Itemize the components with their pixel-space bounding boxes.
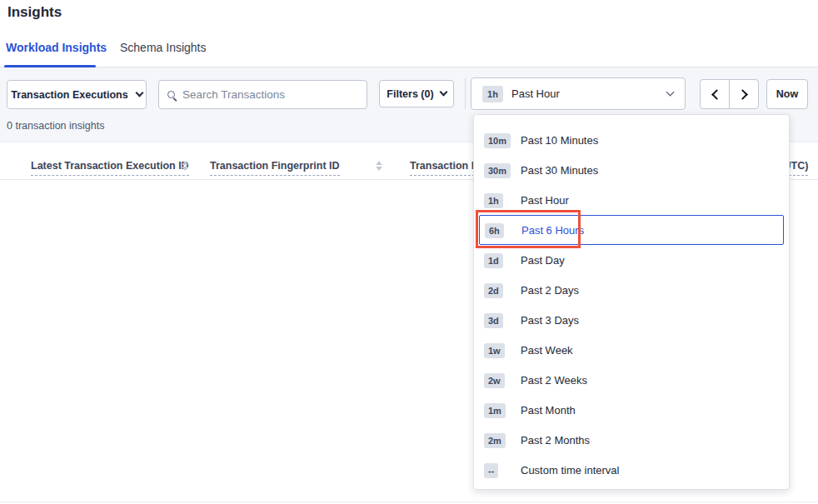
time-interval-dropdown-trigger[interactable]: 1h Past Hour bbox=[471, 77, 686, 110]
interval-abbr-badge: 1w bbox=[484, 343, 505, 358]
chevron-down-icon bbox=[666, 88, 675, 97]
toolbar-divider bbox=[465, 78, 466, 109]
interval-label: Past Month bbox=[521, 404, 576, 417]
filters-label: Filters (0) bbox=[387, 88, 433, 100]
menu-item-past-2-weeks[interactable]: 2w Past 2 Weeks bbox=[479, 365, 784, 395]
interval-abbr-badge: -- bbox=[484, 463, 498, 478]
card-bottom-border bbox=[0, 502, 818, 502]
filters-button[interactable]: Filters (0) bbox=[379, 80, 454, 107]
interval-abbr-badge: 1m bbox=[484, 403, 506, 418]
now-button[interactable]: Now bbox=[766, 79, 808, 109]
menu-item-past-week[interactable]: 1w Past Week bbox=[479, 335, 784, 365]
sort-icon[interactable] bbox=[376, 161, 382, 171]
menu-item-past-2-months[interactable]: 2m Past 2 Months bbox=[479, 425, 784, 455]
menu-item-past-6-hours[interactable]: 6h Past 6 Hours bbox=[479, 215, 784, 245]
interval-label: Past 30 Minutes bbox=[521, 164, 598, 177]
menu-item-custom-time-interval[interactable]: -- Custom time interval bbox=[479, 455, 784, 485]
interval-label: Past Week bbox=[521, 344, 573, 357]
interval-abbr-badge: 6h bbox=[485, 223, 504, 238]
sort-icon[interactable] bbox=[182, 161, 188, 171]
view-selector-label: Transaction Executions bbox=[11, 89, 127, 101]
interval-abbr-badge: 10m bbox=[484, 133, 511, 148]
search-icon bbox=[167, 91, 175, 98]
prev-interval-button[interactable] bbox=[701, 80, 729, 108]
page-title: Insights bbox=[7, 4, 62, 21]
tab-schema-insights[interactable]: Schema Insights bbox=[120, 41, 207, 54]
interval-abbr-badge: 3d bbox=[484, 313, 503, 328]
interval-label: Past 6 Hours bbox=[521, 224, 584, 237]
menu-item-past-30-minutes[interactable]: 30m Past 30 Minutes bbox=[479, 155, 784, 185]
interval-label: Past Day bbox=[521, 254, 565, 267]
interval-label: Past Hour bbox=[521, 194, 569, 207]
chevron-down-icon bbox=[439, 88, 447, 97]
interval-label: Past 10 Minutes bbox=[521, 134, 598, 147]
menu-item-past-10-minutes[interactable]: 10m Past 10 Minutes bbox=[479, 125, 784, 155]
results-count: 0 transaction insights bbox=[7, 120, 104, 132]
time-interval-dropdown-menu: 10m Past 10 Minutes 30m Past 30 Minutes … bbox=[473, 114, 790, 490]
tab-workload-insights[interactable]: Workload Insights bbox=[6, 41, 107, 54]
column-header-transaction-fingerprint-id[interactable]: Transaction Fingerprint ID bbox=[210, 160, 340, 176]
insights-page: Insights Workload Insights Schema Insigh… bbox=[0, 0, 818, 504]
interval-abbr-badge: 1h bbox=[484, 193, 503, 208]
menu-item-past-month[interactable]: 1m Past Month bbox=[479, 395, 784, 425]
interval-label: Past 2 Months bbox=[521, 434, 590, 447]
next-interval-button[interactable] bbox=[729, 80, 758, 108]
interval-abbr-badge: 30m bbox=[484, 163, 511, 178]
time-abbr-badge: 1h bbox=[482, 86, 503, 102]
time-range-nav bbox=[700, 79, 759, 109]
time-interval-label: Past Hour bbox=[511, 87, 560, 100]
menu-item-past-2-days[interactable]: 2d Past 2 Days bbox=[479, 275, 784, 305]
interval-abbr-badge: 2w bbox=[484, 373, 505, 388]
interval-abbr-badge: 2d bbox=[484, 283, 503, 298]
menu-item-past-hour[interactable]: 1h Past Hour bbox=[479, 185, 784, 215]
menu-item-past-3-days[interactable]: 3d Past 3 Days bbox=[479, 305, 784, 335]
interval-abbr-badge: 1d bbox=[484, 253, 503, 268]
interval-abbr-badge: 2m bbox=[484, 433, 506, 448]
interval-label: Past 3 Days bbox=[521, 314, 579, 327]
interval-label: Custom time interval bbox=[521, 464, 619, 477]
interval-label: Past 2 Weeks bbox=[521, 374, 587, 387]
interval-label: Past 2 Days bbox=[521, 284, 579, 297]
chevron-down-icon bbox=[135, 89, 143, 97]
menu-item-past-day[interactable]: 1d Past Day bbox=[479, 245, 784, 275]
search-input[interactable] bbox=[182, 88, 358, 101]
chevron-left-icon bbox=[711, 89, 722, 100]
view-selector-dropdown[interactable]: Transaction Executions bbox=[7, 80, 147, 109]
chevron-right-icon bbox=[737, 89, 748, 100]
search-box[interactable] bbox=[158, 80, 367, 109]
column-header-latest-transaction-execution-id[interactable]: Latest Transaction Execution ID bbox=[31, 160, 189, 176]
